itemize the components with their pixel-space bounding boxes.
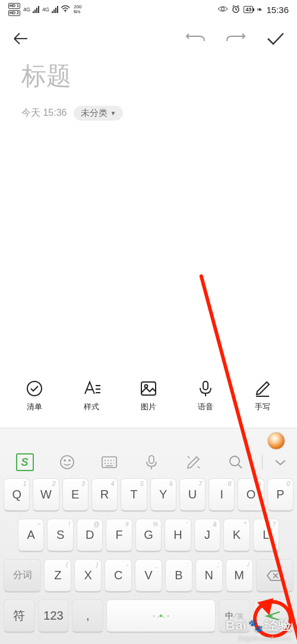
- key-backspace[interactable]: [256, 559, 293, 592]
- net1-label: 4G: [23, 7, 30, 12]
- key-space[interactable]: [106, 599, 216, 633]
- tool-voice[interactable]: 语音: [196, 379, 215, 412]
- keyboard-layout-icon[interactable]: [89, 456, 129, 469]
- ime-avatar-icon[interactable]: [267, 432, 285, 450]
- image-icon: [139, 379, 158, 398]
- svg-point-13: [153, 615, 154, 617]
- key-k[interactable]: *K: [223, 519, 249, 552]
- key-符[interactable]: 符: [4, 599, 35, 633]
- key-q[interactable]: 1Q: [4, 478, 30, 512]
- key-f[interactable]: #F: [106, 519, 132, 552]
- key-w[interactable]: 2W: [33, 478, 59, 512]
- tool-style[interactable]: 样式: [82, 379, 101, 412]
- key-p[interactable]: 0P: [267, 478, 293, 512]
- net2-label: 4G: [42, 7, 49, 12]
- status-left: HD 1 HD 2 4G 4G 200 B/s: [8, 3, 81, 16]
- key-n[interactable]: ;N: [195, 559, 223, 592]
- style-icon: [82, 379, 101, 398]
- undo-icon[interactable]: [185, 33, 206, 46]
- svg-rect-6: [203, 381, 208, 390]
- key-d[interactable]: @D: [77, 519, 103, 552]
- key-y[interactable]: 6Y: [150, 478, 176, 512]
- key-g[interactable]: %G: [135, 519, 162, 552]
- key-,[interactable]: ,: [72, 599, 103, 633]
- key-m[interactable]: /M: [226, 559, 253, 592]
- key-分词[interactable]: 分词: [4, 559, 41, 592]
- key-r[interactable]: 4R: [91, 478, 118, 512]
- key-123[interactable]: 123: [38, 599, 69, 633]
- redo-icon[interactable]: [226, 33, 246, 46]
- key-x[interactable]: )X: [74, 559, 102, 592]
- hd1-indicator: HD 1: [8, 3, 20, 9]
- confirm-check-icon[interactable]: [266, 31, 285, 48]
- key-j[interactable]: &J: [194, 519, 220, 552]
- tool-checklist[interactable]: 清单: [25, 379, 44, 412]
- microphone-icon: [196, 379, 215, 398]
- pen-icon: [253, 379, 272, 398]
- note-editor-area[interactable]: 标题 今天 15:36 未分类 ▼: [0, 53, 297, 121]
- emoji-icon[interactable]: [47, 454, 87, 470]
- back-arrow-icon[interactable]: [12, 30, 30, 50]
- svg-point-1: [222, 8, 225, 11]
- tool-handwrite[interactable]: 手写: [253, 379, 272, 412]
- status-bar: HD 1 HD 2 4G 4G 200 B/s 43 ❧ 15:36: [0, 0, 297, 19]
- leaf-icon: ❧: [257, 5, 263, 14]
- svg-point-15: [160, 615, 162, 617]
- wifi-icon: [61, 5, 70, 14]
- svg-point-3: [27, 381, 42, 396]
- hd2-indicator: HD 2: [8, 10, 20, 16]
- sogou-logo-icon[interactable]: S: [5, 453, 45, 471]
- svg-point-0: [65, 11, 66, 12]
- header-bar: [0, 19, 297, 53]
- alarm-icon: [232, 5, 240, 15]
- keyboard-keys: 1Q2W3E4R5T6Y7U8I9O0P ~A!S@D#F%G'H&J*K?L …: [0, 477, 297, 633]
- mic-icon[interactable]: [132, 454, 172, 470]
- signal-1-icon: [33, 6, 39, 13]
- key-c[interactable]: -C: [105, 559, 132, 592]
- svg-rect-11: [149, 456, 154, 463]
- checklist-icon: [25, 379, 44, 398]
- title-input[interactable]: 标题: [21, 59, 276, 93]
- collapse-keyboard-icon[interactable]: [268, 458, 292, 466]
- eye-icon: [217, 5, 228, 14]
- network-speed: 200 B/s: [74, 5, 81, 14]
- watermark: Bai🐾经验 jingyan.baidu.com: [226, 617, 291, 642]
- signal-2-icon: [52, 6, 58, 13]
- battery-indicator: 43: [244, 6, 253, 13]
- svg-point-12: [230, 456, 239, 466]
- svg-point-7: [61, 456, 74, 469]
- key-s[interactable]: !S: [47, 519, 73, 552]
- svg-point-9: [69, 460, 70, 461]
- category-label: 未分类: [81, 108, 108, 119]
- key-h[interactable]: 'H: [165, 519, 191, 552]
- key-z[interactable]: (Z: [44, 559, 71, 592]
- svg-point-14: [168, 615, 169, 617]
- note-date: 今天 15:36: [21, 107, 67, 119]
- key-b[interactable]: :B: [165, 559, 192, 592]
- status-right: 43 ❧ 15:36: [217, 5, 289, 15]
- key-v[interactable]: _V: [135, 559, 162, 592]
- editor-tool-row: 清单 样式 图片 语音 手写: [0, 379, 297, 412]
- key-i[interactable]: 8I: [208, 478, 235, 512]
- category-chip[interactable]: 未分类 ▼: [74, 106, 123, 121]
- key-t[interactable]: 5T: [121, 478, 147, 512]
- clock-text: 15:36: [266, 5, 289, 15]
- svg-point-8: [64, 460, 65, 461]
- paw-icon: 🐾: [248, 618, 264, 633]
- tool-image[interactable]: 图片: [139, 379, 158, 412]
- key-a[interactable]: ~A: [18, 519, 44, 552]
- key-e[interactable]: 3E: [62, 478, 89, 512]
- chevron-down-icon: ▼: [110, 110, 116, 116]
- key-u[interactable]: 7U: [179, 478, 206, 512]
- brush-icon[interactable]: [174, 454, 214, 470]
